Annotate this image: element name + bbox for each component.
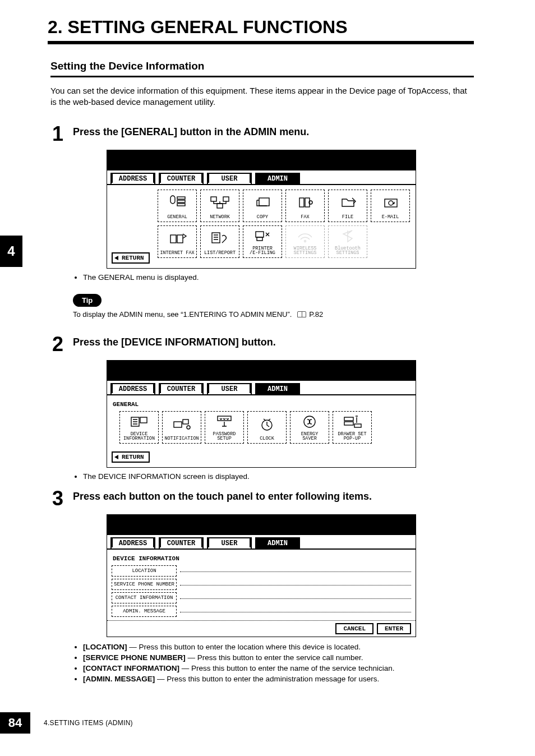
tab-counter[interactable]: COUNTER	[159, 173, 204, 184]
tab-admin[interactable]: ADMIN	[255, 383, 300, 394]
svg-rect-26	[344, 417, 353, 421]
contact-information-button[interactable]: CONTACT INFORMATION	[112, 592, 177, 603]
network-button-label: NETWORK	[210, 215, 230, 220]
svg-rect-3	[211, 197, 216, 201]
step-3-title: Press each button on the touch panel to …	[73, 488, 372, 503]
tab-counter[interactable]: COUNTER	[159, 537, 204, 548]
tab-address[interactable]: ADDRESS	[110, 537, 155, 548]
cancel-button[interactable]: CANCEL	[335, 623, 373, 634]
file-button-label: FILE	[342, 215, 353, 220]
svg-point-22	[187, 426, 190, 429]
energy-saver-button-label: ENERGY SAVER	[301, 432, 319, 441]
svg-rect-14	[212, 233, 220, 243]
admin-desc: [ADMIN. MESSAGE] — Press this button to …	[83, 675, 474, 683]
drawer-set-popup-button[interactable]: DRAWER SET POP-UP	[333, 411, 372, 444]
footer-text: 4.SETTING ITEMS (ADMIN)	[44, 719, 133, 727]
enter-button[interactable]: ENTER	[377, 623, 411, 634]
clock-button[interactable]: CLOCK	[247, 411, 287, 444]
return-button[interactable]: RETURN	[112, 252, 150, 264]
internet-fax-button-label: INTERNET FAX	[160, 251, 194, 256]
svg-point-17	[305, 240, 306, 242]
svg-rect-10	[385, 199, 397, 207]
drawer-set-popup-button-label: DRAWER SET POP-UP	[338, 432, 366, 441]
screenshot-device-information: ADDRESS COUNTER USER ADMIN DEVICE INFORM…	[107, 514, 416, 637]
page-number: 84	[0, 712, 30, 734]
service-phone-button[interactable]: SERVICE PHONE NUMBER	[112, 579, 177, 590]
wireless-settings-button-label: WIRELESS SETTINGS	[294, 246, 317, 256]
svg-rect-21	[183, 420, 188, 424]
svg-rect-12	[170, 235, 176, 243]
chapter-side-tab: 4	[0, 236, 22, 267]
svg-rect-19	[140, 417, 147, 423]
tab-address[interactable]: ADDRESS	[110, 383, 155, 394]
internet-fax-button[interactable]: INTERNET FAX	[158, 225, 197, 258]
screenshot-admin-menu: ADDRESS COUNTER USER ADMIN GENERAL NETWO…	[107, 150, 416, 269]
step-number-3: 3	[50, 488, 65, 509]
step-2-title: Press the [DEVICE INFORMATION] button.	[73, 334, 276, 348]
network-button[interactable]: NETWORK	[200, 190, 239, 222]
email-button[interactable]: E-MAIL	[371, 190, 410, 222]
bluetooth-settings-button: Bluetooth SETTINGS	[328, 225, 367, 258]
section-title: Setting the Device Information	[50, 60, 474, 77]
energy-saver-button[interactable]: ENERGY SAVER	[290, 411, 329, 444]
svg-rect-5	[217, 204, 223, 208]
notification-button[interactable]: NOTIFICATION	[162, 411, 201, 444]
bluetooth-settings-button-label: Bluetooth SETTINGS	[335, 246, 361, 256]
copy-button-label: COPY	[257, 215, 268, 220]
svg-rect-15	[256, 232, 264, 237]
step-1-note: The GENERAL menu is displayed.	[83, 273, 474, 282]
password-setup-button[interactable]: PASSWORD SETUP	[205, 411, 244, 444]
tip-text: To display the ADMIN menu, see “1.ENTERI…	[73, 310, 474, 319]
svg-rect-20	[174, 422, 182, 427]
copy-button[interactable]: COPY	[243, 190, 282, 222]
svg-rect-27	[344, 422, 353, 425]
step-2: 2 Press the [DEVICE INFORMATION] button.…	[50, 334, 474, 481]
contact-desc: [CONTACT INFORMATION] — Press this butto…	[83, 664, 474, 672]
chapter-title: 2. SETTING GENERAL FUNCTIONS	[48, 17, 474, 44]
step-number-2: 2	[50, 334, 65, 354]
admin-message-button[interactable]: ADMIN. MESSAGE	[112, 606, 177, 617]
tab-counter[interactable]: COUNTER	[159, 383, 204, 394]
step-number-1: 1	[50, 124, 65, 144]
general-button[interactable]: GENERAL	[158, 190, 197, 222]
svg-rect-13	[177, 235, 183, 243]
email-button-label: E-MAIL	[382, 215, 399, 220]
fax-button[interactable]: FAX	[285, 190, 325, 222]
device-information-button-label: DEVICE INFORMATION	[123, 432, 155, 441]
tab-admin[interactable]: ADMIN	[255, 173, 300, 184]
tab-user[interactable]: USER	[207, 173, 252, 184]
clock-button-label: CLOCK	[260, 436, 274, 441]
list-report-button-label: LIST/REPORT	[204, 251, 236, 256]
file-button[interactable]: FILE	[328, 190, 367, 222]
svg-point-11	[389, 201, 393, 205]
svg-rect-1	[177, 200, 185, 202]
return-button[interactable]: RETURN	[112, 451, 150, 463]
tab-admin[interactable]: ADMIN	[255, 537, 300, 548]
step-1: 1 Press the [GENERAL] button in the ADMI…	[50, 124, 474, 319]
location-desc: [LOCATION] — Press this button to enter …	[83, 643, 474, 651]
svg-rect-4	[223, 197, 229, 201]
tab-user[interactable]: USER	[207, 383, 252, 394]
location-button[interactable]: LOCATION	[112, 565, 177, 577]
panel-label-general: GENERAL	[113, 401, 411, 408]
intro-text: You can set the device information of th…	[50, 85, 474, 108]
step-2-note: The DEVICE INFORMATION screen is display…	[83, 472, 474, 481]
tip-badge: Tip	[73, 294, 102, 307]
svg-rect-7	[299, 198, 304, 207]
book-icon	[297, 311, 306, 317]
password-setup-button-label: PASSWORD SETUP	[205, 432, 243, 441]
service-desc: [SERVICE PHONE NUMBER] — Press this butt…	[83, 653, 474, 662]
svg-rect-28	[354, 424, 361, 427]
wireless-settings-button: WIRELESS SETTINGS	[285, 225, 325, 258]
tab-user[interactable]: USER	[207, 537, 252, 548]
panel-label-device-info: DEVICE INFORMATION	[113, 555, 411, 562]
tab-address[interactable]: ADDRESS	[110, 173, 155, 184]
printer-efiling-button[interactable]: PRINTER /E-FILING	[243, 225, 282, 258]
svg-rect-6	[259, 198, 269, 206]
device-information-button[interactable]: DEVICE INFORMATION	[119, 411, 159, 444]
screenshot-general-menu: ADDRESS COUNTER USER ADMIN GENERAL DEVIC…	[107, 360, 416, 468]
list-report-button[interactable]: LIST/REPORT	[200, 225, 239, 258]
notification-button-label: NOTIFICATION	[164, 436, 199, 441]
step-3: 3 Press each button on the touch panel t…	[50, 488, 474, 683]
svg-rect-2	[177, 204, 185, 206]
